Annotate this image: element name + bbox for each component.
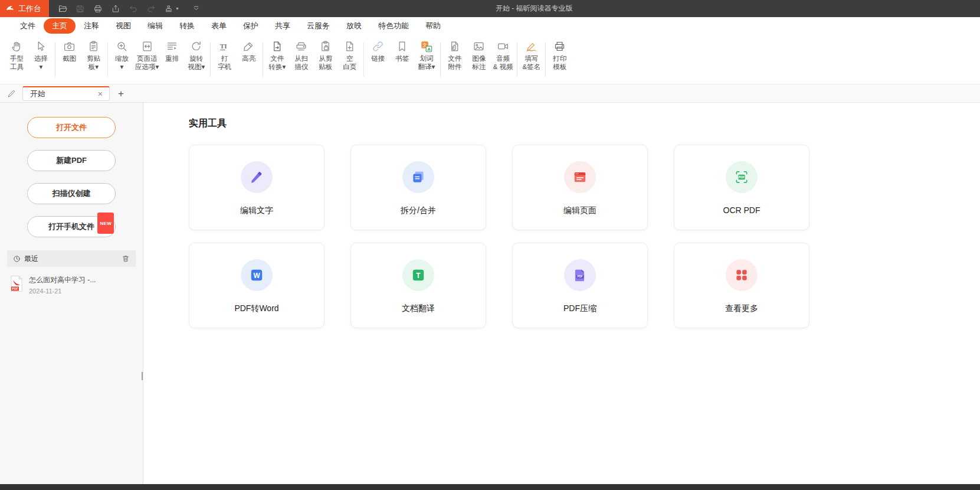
export-icon[interactable] <box>107 2 124 16</box>
ribbon-item-label: 白页 <box>343 63 356 71</box>
ribbon-item-label: ▾ <box>40 63 43 71</box>
tab-label: 开始 <box>30 89 96 99</box>
ribbon-item-blank-page[interactable]: 空 白页 <box>337 37 362 84</box>
quick-tools-caret-icon[interactable]: ▼ <box>175 6 179 11</box>
menu-item-features[interactable]: 特色功能 <box>370 18 417 34</box>
ribbon-item-select[interactable]: 选择 ▾ <box>29 37 53 84</box>
ribbon-item-label: 工具 <box>10 63 24 71</box>
ribbon-item-zoom[interactable]: 缩放 ▾ <box>110 37 134 84</box>
foxit-logo-icon <box>5 4 15 14</box>
ribbon-item-label: 音频 <box>496 54 510 63</box>
ribbon-item-label: 空 <box>346 54 353 63</box>
ribbon-item-bookmark[interactable]: 书签 <box>390 37 414 84</box>
ribbon-item-label: 缩放 <box>115 54 129 63</box>
menu-item-comment[interactable]: 注释 <box>76 18 107 34</box>
ribbon-item-translate[interactable]: 文A 划词 翻译▾ <box>414 37 438 84</box>
save-icon[interactable] <box>71 2 89 16</box>
open-mobile-file-button[interactable]: 打开手机文件 NEW <box>27 216 116 237</box>
menu-item-cloud[interactable]: 云服务 <box>299 18 338 34</box>
card-label: 拆分/合并 <box>401 205 436 216</box>
ribbon-item-reflow[interactable]: 重排 <box>160 37 184 84</box>
ribbon-item-from-clipboard[interactable]: 从剪 贴板 <box>313 37 337 84</box>
svg-text:PDF: PDF <box>739 175 745 179</box>
ribbon-item-snapshot[interactable]: 截图 <box>57 37 81 84</box>
clear-recent-trash-icon[interactable] <box>122 254 130 263</box>
card-split-merge[interactable]: 拆分/合并 <box>350 145 486 230</box>
clock-icon <box>13 255 21 263</box>
card-ocr-pdf[interactable]: PDF OCR PDF <box>674 145 809 230</box>
section-title: 实用工具 <box>189 117 227 130</box>
ribbon-separator <box>107 42 108 77</box>
print-icon[interactable] <box>89 2 107 16</box>
tab-close-icon[interactable]: × <box>96 89 104 99</box>
ribbon-item-fit-page[interactable]: 页面适 应选项▾ <box>134 37 160 84</box>
menu-item-home[interactable]: 主页 <box>44 18 76 34</box>
ribbon-item-label: 截图 <box>63 54 76 63</box>
ribbon-item-attachment[interactable]: 文件 附件 <box>443 37 467 84</box>
svg-text:PDF: PDF <box>577 275 582 278</box>
ribbon-item-link[interactable]: 链接 <box>366 37 390 84</box>
menu-item-edit[interactable]: 编辑 <box>139 18 171 34</box>
select-cursor-icon <box>35 38 47 54</box>
ribbon-item-image-annotation[interactable]: 图像 标注 <box>467 37 491 84</box>
hand-icon <box>11 38 23 54</box>
menu-item-form[interactable]: 表单 <box>203 18 235 34</box>
open-file-button[interactable]: 打开文件 <box>27 117 116 138</box>
redo-icon[interactable] <box>142 2 160 16</box>
tab-start[interactable]: 开始 × <box>22 86 110 101</box>
ribbon-item-hand-tool[interactable]: 手型 工具 <box>5 37 29 84</box>
ribbon-item-label: 选择 <box>34 54 48 63</box>
menu-item-file[interactable]: 文件 <box>12 18 44 34</box>
card-edit-text[interactable]: 编辑文字 <box>189 145 325 230</box>
card-pdf-to-word[interactable]: W PDF转Word <box>189 243 325 328</box>
from-clipboard-icon <box>319 38 332 54</box>
ribbon-item-rotate-view[interactable]: 旋转 视图▾ <box>184 37 208 84</box>
open-file-folder-icon[interactable] <box>54 2 71 16</box>
card-pdf-compress[interactable]: PDF PDF压缩 <box>512 243 648 328</box>
ribbon-item-label: 高亮 <box>242 54 255 63</box>
menu-item-share[interactable]: 共享 <box>267 18 299 34</box>
new-tab-button[interactable]: + <box>118 89 124 99</box>
card-label: OCR PDF <box>723 205 761 215</box>
image-annotation-icon <box>473 38 485 54</box>
ribbon-item-label: 旋转 <box>189 54 203 63</box>
card-view-more[interactable]: 查看更多 <box>674 243 809 328</box>
card-label: 编辑页面 <box>563 205 596 216</box>
ribbon-item-clipboard[interactable]: 剪贴 板▾ <box>81 37 106 84</box>
menu-item-help[interactable]: 帮助 <box>417 18 449 34</box>
workspace-button[interactable]: 工作台 <box>0 0 49 17</box>
ribbon-item-highlight[interactable]: 高亮 <box>237 37 261 84</box>
ribbon-item-fill-sign[interactable]: 填写 &签名 <box>519 37 543 84</box>
new-badge: NEW <box>97 213 114 234</box>
ribbon-item-print-template[interactable]: 打印 模板 <box>548 37 572 84</box>
menu-item-protect[interactable]: 保护 <box>235 18 267 34</box>
window-title: 开始 - 福昕阅读器专业版 <box>496 4 573 14</box>
ribbon-group-view: 缩放 ▾ 页面适 应选项▾ 重排 旋转 视图▾ <box>110 37 208 84</box>
card-label: PDF转Word <box>234 303 278 314</box>
ribbon-item-convert-file[interactable]: 文件 转换▾ <box>265 37 289 84</box>
ribbon-item-label: 转换▾ <box>268 63 286 71</box>
ribbon-item-from-scanner[interactable]: 从扫 描仪 <box>289 37 313 84</box>
card-label: PDF压缩 <box>563 303 596 314</box>
rotate-view-icon <box>190 38 202 54</box>
create-pdf-button[interactable]: 新建PDF <box>27 150 116 171</box>
ribbon-item-label: 板▾ <box>89 63 99 71</box>
ribbon-item-label: 页面适 <box>137 54 158 63</box>
scanner-create-button[interactable]: 扫描仪创建 <box>27 183 116 204</box>
card-edit-pages[interactable]: 编辑页面 <box>512 145 648 230</box>
blank-page-icon <box>343 38 356 54</box>
menu-item-view[interactable]: 视图 <box>107 18 139 34</box>
titlebar-quick-toolbar: ▼ <box>54 2 205 16</box>
menu-item-convert[interactable]: 转换 <box>171 18 203 34</box>
undo-icon[interactable] <box>124 2 142 16</box>
card-doc-translate[interactable]: T 文档翻译 <box>350 243 486 328</box>
recent-file-item[interactable]: PDF 怎么面对高中学习 -... 2024-11-21 <box>0 267 143 295</box>
ribbon-item-typewriter[interactable]: TI 打 字机 <box>212 37 237 84</box>
annotate-pencil-icon[interactable] <box>0 89 22 98</box>
ribbon-item-audio-video[interactable]: 音频 & 视频 <box>491 37 515 84</box>
ribbon-group-media: 文件 附件 图像 标注 音频 & 视频 <box>443 37 515 84</box>
ribbon-item-label: 模板 <box>553 63 566 71</box>
menu-item-slideshow[interactable]: 放映 <box>338 18 370 34</box>
audio-video-icon <box>497 38 509 54</box>
collapse-ribbon-icon[interactable] <box>188 2 205 16</box>
